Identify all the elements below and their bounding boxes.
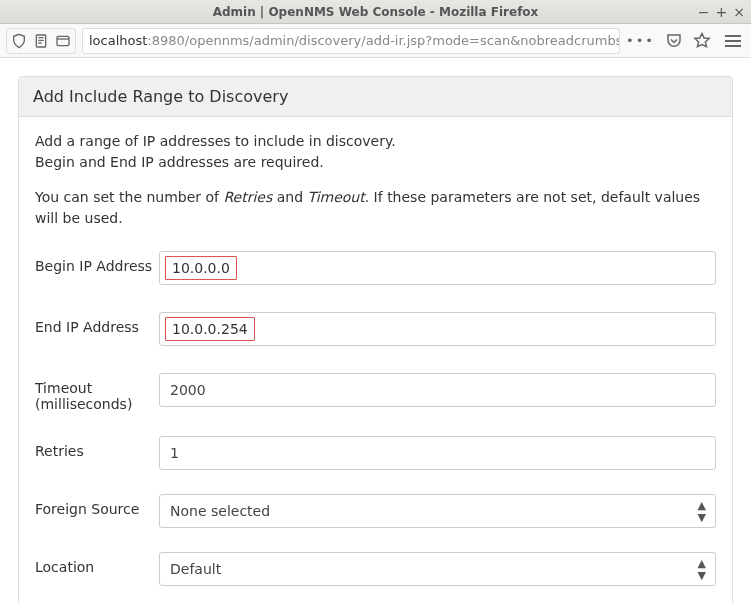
url-path: :8980/opennms/admin/discovery/add-ir.jsp… bbox=[147, 33, 620, 48]
minimize-icon[interactable]: − bbox=[698, 4, 710, 20]
end-ip-input[interactable]: 10.0.0.254 bbox=[159, 312, 716, 346]
shield-icon bbox=[11, 33, 27, 49]
location-select[interactable]: Default bbox=[159, 552, 716, 586]
maximize-icon[interactable]: + bbox=[716, 4, 728, 20]
begin-ip-input[interactable]: 10.0.0.0 bbox=[159, 251, 716, 285]
svg-rect-1 bbox=[57, 36, 69, 45]
desc-line: Add a range of IP addresses to include i… bbox=[35, 131, 716, 152]
identity-box[interactable] bbox=[6, 28, 76, 54]
desc-line: Begin and End IP addresses are required. bbox=[35, 152, 716, 173]
url-bar[interactable]: localhost:8980/opennms/admin/discovery/a… bbox=[82, 28, 620, 54]
retries-input[interactable] bbox=[159, 436, 716, 470]
foreign-source-select[interactable]: None selected bbox=[159, 494, 716, 528]
location-label: Location bbox=[35, 552, 159, 575]
pocket-icon[interactable] bbox=[665, 32, 683, 50]
page-icon bbox=[33, 33, 49, 49]
reader-icon bbox=[55, 33, 71, 49]
window-title: Admin | OpenNMS Web Console - Mozilla Fi… bbox=[213, 5, 539, 19]
foreign-source-label: Foreign Source bbox=[35, 494, 159, 517]
hamburger-menu-icon[interactable] bbox=[721, 31, 745, 51]
more-icon[interactable]: ••• bbox=[626, 33, 655, 48]
card-title: Add Include Range to Discovery bbox=[19, 77, 732, 117]
end-ip-value: 10.0.0.254 bbox=[165, 317, 255, 341]
card-description: Add a range of IP addresses to include i… bbox=[35, 131, 716, 229]
window-titlebar: Admin | OpenNMS Web Console - Mozilla Fi… bbox=[0, 0, 751, 24]
begin-ip-value: 10.0.0.0 bbox=[165, 256, 237, 280]
retries-label: Retries bbox=[35, 436, 159, 459]
begin-ip-label: Begin IP Address bbox=[35, 251, 159, 274]
timeout-input[interactable] bbox=[159, 373, 716, 407]
desc-line: You can set the number of Retries and Ti… bbox=[35, 187, 716, 229]
discovery-range-card: Add Include Range to Discovery Add a ran… bbox=[18, 76, 733, 603]
url-host: localhost bbox=[89, 33, 147, 48]
close-icon[interactable]: × bbox=[733, 4, 745, 20]
star-icon[interactable] bbox=[693, 32, 711, 50]
browser-toolbar: localhost:8980/opennms/admin/discovery/a… bbox=[0, 24, 751, 58]
end-ip-label: End IP Address bbox=[35, 312, 159, 335]
timeout-label: Timeout (milliseconds) bbox=[35, 373, 159, 412]
